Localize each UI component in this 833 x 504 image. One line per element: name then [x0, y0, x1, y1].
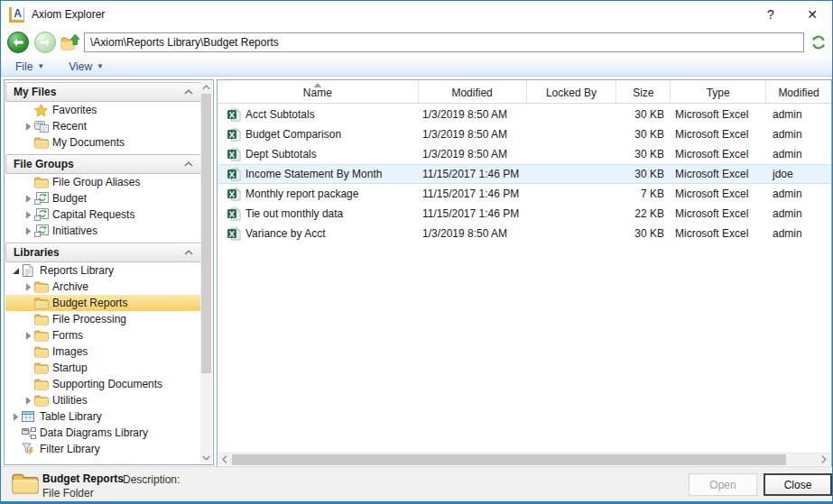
open-button[interactable]: Open — [689, 473, 757, 496]
tree-item-label: Archive — [51, 280, 88, 293]
file-row-dept-subtotals[interactable]: Dept Subtotals1/3/2019 8:50 AM30 KBMicro… — [218, 144, 831, 164]
tree-item-startup[interactable]: Startup — [5, 360, 201, 376]
up-one-level-button[interactable] — [60, 33, 80, 51]
tree-item-label: Initiatives — [51, 225, 97, 237]
chevron-up-icon[interactable] — [184, 89, 193, 95]
cell-size: 30 KB — [617, 148, 671, 160]
expander-collapsed-icon[interactable] — [24, 397, 32, 405]
window-title: Axiom Explorer — [32, 8, 105, 21]
cell-modified: 1/3/2019 8:50 AM — [419, 227, 527, 240]
section-header-my-files[interactable]: My Files — [5, 82, 201, 102]
help-button[interactable]: ? — [761, 5, 781, 23]
scroll-left-icon[interactable] — [218, 454, 231, 465]
column-header-size[interactable]: Size — [616, 80, 671, 103]
expander-collapsed-icon[interactable] — [24, 332, 32, 340]
scroll-down-icon[interactable] — [200, 452, 212, 463]
cell-name: Acct Subtotals — [218, 108, 419, 122]
file-row-monthly-report-package[interactable]: Monthly report package11/15/2017 1:46 PM… — [218, 184, 831, 204]
tree-item-forms[interactable]: Forms — [5, 327, 201, 344]
report-document-icon — [22, 264, 33, 277]
address-bar-input[interactable] — [84, 32, 804, 52]
file-row-tie-out-monthly-data[interactable]: Tie out monthly data11/15/2017 1:46 PM22… — [218, 204, 831, 224]
menu-file[interactable]: File▼ — [15, 60, 44, 73]
selection-name: Budget Reports — [42, 472, 124, 485]
menu-bar: File▼ View▼ — [1, 57, 832, 77]
chevron-up-icon[interactable] — [184, 161, 193, 167]
column-header-label: Type — [707, 87, 730, 99]
column-header-name[interactable]: Name — [218, 80, 419, 103]
horizontal-scroll-thumb[interactable] — [232, 454, 786, 465]
expander-collapsed-icon[interactable] — [12, 413, 20, 421]
close-button[interactable]: Close — [764, 473, 832, 496]
tree-item-budget-reports[interactable]: Budget Reports — [5, 295, 201, 311]
tree-item-file-processing[interactable]: File Processing — [5, 311, 201, 327]
cell-type: Microsoft Excel — [671, 227, 767, 240]
cell-modified: 11/15/2017 1:46 PM — [419, 188, 527, 200]
section-libraries: Libraries Reports Library Archive Budget… — [5, 243, 201, 457]
cell-modified-by: admin — [767, 128, 832, 141]
tree-item-capital-requests[interactable]: Capital Requests — [5, 206, 201, 223]
tree-item-file-group-aliases[interactable]: File Group Aliases — [5, 174, 201, 190]
tree-item-budget[interactable]: Budget — [5, 190, 201, 206]
folder-icon — [34, 379, 49, 390]
tree-item-utilities[interactable]: Utilities — [5, 392, 201, 408]
cell-size: 30 KB — [617, 108, 671, 121]
file-row-acct-subtotals[interactable]: Acct Subtotals1/3/2019 8:50 AM30 KBMicro… — [218, 105, 831, 124]
column-header-locked-by[interactable]: Locked By — [527, 80, 617, 103]
horizontal-scrollbar[interactable] — [218, 453, 830, 465]
forward-arrow-icon — [39, 37, 51, 48]
expander-collapsed-icon[interactable] — [24, 227, 32, 235]
expander-collapsed-icon[interactable] — [24, 195, 32, 203]
column-header-label: Modified — [451, 87, 492, 99]
refresh-button[interactable] — [810, 34, 827, 50]
file-group-icon — [34, 192, 50, 205]
section-header-file-groups[interactable]: File Groups — [5, 154, 201, 174]
tree-item-reports-library[interactable]: Reports Library — [5, 262, 201, 279]
expander-collapsed-icon[interactable] — [24, 123, 32, 131]
tree-item-images[interactable]: Images — [5, 344, 201, 360]
scroll-right-icon[interactable] — [818, 454, 830, 465]
tree-item-recent[interactable]: Recent — [5, 118, 201, 134]
menu-view[interactable]: View▼ — [69, 60, 104, 73]
file-name-label: Income Statement By Month — [241, 168, 382, 180]
section-title: My Files — [14, 86, 56, 98]
file-row-budget-comparison[interactable]: Budget Comparison1/3/2019 8:50 AM30 KBMi… — [218, 124, 831, 144]
expander-expanded-icon[interactable] — [12, 267, 20, 275]
back-button[interactable] — [7, 32, 29, 53]
excel-file-icon — [227, 168, 241, 181]
forward-button[interactable] — [34, 32, 56, 53]
tree-item-supporting-documents[interactable]: Supporting Documents — [5, 376, 201, 392]
cell-name: Budget Comparison — [218, 128, 419, 142]
scroll-up-icon[interactable] — [200, 81, 212, 93]
tree-item-initiatives[interactable]: Initiatives — [5, 223, 201, 239]
tree-item-favorites[interactable]: Favorites — [5, 102, 201, 118]
filter-library-icon — [22, 443, 34, 455]
tree-item-filter-library[interactable]: Filter Library — [5, 441, 201, 457]
window-close-button[interactable]: ✕ — [801, 5, 823, 23]
folder-icon — [34, 314, 49, 325]
folder-icon — [34, 395, 49, 407]
excel-file-icon — [227, 128, 241, 142]
column-header-type[interactable]: Type — [671, 80, 766, 103]
cell-type: Microsoft Excel — [671, 207, 767, 220]
section-header-libraries[interactable]: Libraries — [5, 243, 201, 262]
tree-item-data-diagrams-library[interactable]: Data Diagrams Library — [5, 425, 201, 441]
sidebar-scroll-thumb[interactable] — [201, 94, 211, 373]
tree-item-table-library[interactable]: Table Library — [5, 408, 201, 425]
expander-collapsed-icon[interactable] — [24, 211, 32, 219]
column-header-modified[interactable]: Modified — [419, 80, 527, 103]
sidebar-scrollbar[interactable] — [200, 81, 212, 463]
cell-type: Microsoft Excel — [671, 148, 767, 160]
file-name-label: Tie out monthly data — [241, 207, 343, 220]
expander-collapsed-icon[interactable] — [24, 283, 32, 291]
chevron-up-icon[interactable] — [184, 250, 193, 255]
column-header-label: Size — [633, 87, 653, 99]
column-header-modified[interactable]: Modified — [766, 80, 831, 103]
refresh-icon — [810, 34, 827, 50]
file-name-label: Acct Subtotals — [241, 108, 315, 121]
file-row-income-statement-by-month[interactable]: Income Statement By Month11/15/2017 1:46… — [218, 164, 831, 184]
tree-item-my-documents[interactable]: My Documents — [5, 134, 201, 151]
folder-icon — [34, 177, 49, 188]
tree-item-archive[interactable]: Archive — [5, 279, 201, 295]
file-row-variance-by-acct[interactable]: Variance by Acct1/3/2019 8:50 AM30 KBMic… — [218, 224, 831, 243]
